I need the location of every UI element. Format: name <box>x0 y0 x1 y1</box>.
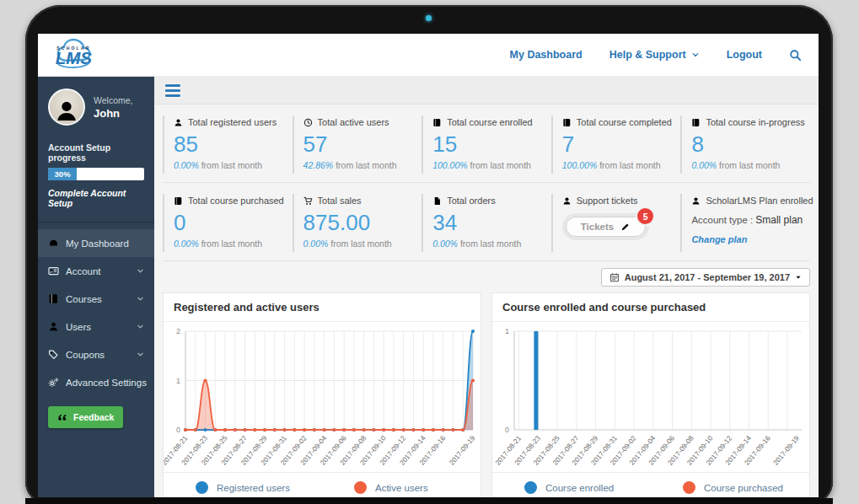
svg-text:2: 2 <box>176 327 180 335</box>
user-icon <box>691 196 701 206</box>
chevron-down-icon <box>137 351 144 358</box>
sidebar-item-courses[interactable]: Courses <box>38 285 154 313</box>
date-range-picker[interactable]: August 21, 2017 - September 19, 2017 <box>601 268 810 287</box>
sidebar-item-my-dashboard[interactable]: My Dashboard <box>38 229 154 257</box>
gears-icon <box>48 377 59 388</box>
stat-total-active-users: Total active users 57 42.86% from last m… <box>293 115 422 174</box>
legend-dot <box>683 481 695 494</box>
nav-my-dashboard[interactable]: My Dashboard <box>510 49 583 61</box>
cart-icon <box>303 196 313 206</box>
stat-value: 875.00 <box>303 210 416 236</box>
top-navigation: My Dashboard Help & Support Logout <box>510 49 802 62</box>
svg-text:0: 0 <box>176 426 180 434</box>
book-icon <box>174 196 183 206</box>
stat-value: 85 <box>174 131 286 158</box>
topbar: SCHOLAR LMS My Dashboard Help & Support … <box>38 34 819 77</box>
sidebar-item-account[interactable]: Account <box>38 257 154 285</box>
user-icon <box>174 118 183 127</box>
complete-setup-link[interactable]: Complete Account Setup <box>48 188 144 208</box>
legend-registered-users[interactable]: Registered users <box>164 481 322 494</box>
stat-total-sales: Total sales 875.00 0.00% from last month <box>293 194 422 252</box>
progress-bar: 30% <box>48 168 144 180</box>
feedback-button[interactable]: Feedback <box>48 406 123 428</box>
stat-total-course-in-progress: Total course in-progress 8 0.00% from la… <box>680 115 810 174</box>
user-icon <box>48 321 59 332</box>
nav-logout[interactable]: Logout <box>727 49 762 61</box>
chevron-down-icon <box>691 51 700 59</box>
content-toolbar <box>154 77 819 105</box>
stat-value: 57 <box>303 131 416 158</box>
tickets-count-badge: 5 <box>636 206 655 226</box>
progress-fill: 30% <box>48 168 77 180</box>
stat-total-course-purchased: Total course purchased 0 0.00% from last… <box>163 194 293 252</box>
book-icon <box>691 118 701 127</box>
person-icon <box>54 99 79 124</box>
legend-dot <box>196 481 208 494</box>
legend-course-purchased[interactable]: Course purchased <box>651 481 809 494</box>
svg-text:1: 1 <box>505 327 509 335</box>
content-area: Total registered users 85 0.00% from las… <box>154 77 819 497</box>
hamburger-menu-icon[interactable] <box>165 84 180 97</box>
tag-icon <box>48 349 59 360</box>
sidebar-item-coupons[interactable]: Coupons <box>38 340 154 368</box>
stat-total-course-enrolled: Total course enrolled 15 100.00% from la… <box>421 115 551 174</box>
caret-down-icon <box>795 274 802 281</box>
courses-chart-card: Course enrolled and course purchased 012… <box>491 292 810 497</box>
avatar <box>48 88 85 126</box>
book-icon <box>432 118 442 127</box>
dashboard-icon <box>48 238 59 249</box>
change-plan-link[interactable]: Change plan <box>691 234 747 244</box>
chevron-down-icon <box>137 323 144 330</box>
app-window: SCHOLAR LMS My Dashboard Help & Support … <box>38 34 819 497</box>
legend-course-enrolled[interactable]: Course enrolled <box>492 481 651 494</box>
chevron-down-icon <box>137 295 144 303</box>
stats-row-2: Total course purchased 0 0.00% from last… <box>163 183 810 261</box>
sidebar-item-users[interactable]: Users <box>38 313 154 340</box>
tickets-button[interactable]: Tickets <box>566 217 646 237</box>
sidebar-menu: My Dashboard Account Courses Users <box>38 223 154 396</box>
legend-dot <box>354 481 367 494</box>
calendar-icon <box>609 272 620 282</box>
chart-legend: Course enrolled Course purchased <box>492 472 809 497</box>
stat-value: 8 <box>691 131 803 158</box>
sidebar: Welcome, John Account Setup progress 30%… <box>38 77 154 497</box>
registered-active-users-chart: 0122017-08-212017-08-232017-08-252017-08… <box>164 324 481 470</box>
chart-title: Course enrolled and course purchased <box>492 293 809 322</box>
book-icon <box>48 293 59 304</box>
search-button[interactable] <box>789 49 802 62</box>
welcome-label: Welcome, <box>94 94 133 108</box>
svg-text:0: 0 <box>505 426 509 434</box>
nav-help-support[interactable]: Help & Support <box>609 49 700 61</box>
svg-text:2017-09-19: 2017-09-19 <box>771 434 801 467</box>
users-chart-card: Registered and active users 0122017-08-2… <box>163 292 481 497</box>
chevron-down-icon <box>137 267 144 275</box>
stat-support-tickets: Support tickets Tickets 5 <box>551 194 681 252</box>
charts-section: Registered and active users 0122017-08-2… <box>154 291 819 497</box>
profile-block: Welcome, John <box>38 77 154 134</box>
svg-text:2017-09-19: 2017-09-19 <box>448 434 477 467</box>
course-enrolled-purchased-chart: 012017-08-212017-08-232017-08-252017-08-… <box>492 324 809 470</box>
date-filter-row: August 21, 2017 - September 19, 2017 <box>154 261 819 291</box>
file-icon <box>432 196 442 206</box>
search-icon <box>789 49 802 62</box>
quote-icon <box>57 412 67 422</box>
stat-value: 7 <box>562 131 674 158</box>
progress-label: Account Setup progress <box>48 142 144 163</box>
id-card-icon <box>48 265 59 276</box>
stat-total-registered-users: Total registered users 85 0.00% from las… <box>163 115 293 174</box>
account-type-row: Account type :Small plan <box>691 214 803 226</box>
legend-active-users[interactable]: Active users <box>322 481 481 494</box>
chart-title: Registered and active users <box>164 293 481 322</box>
legend-dot <box>524 481 537 494</box>
scholar-lms-logo[interactable]: SCHOLAR LMS <box>51 36 126 73</box>
user-icon <box>562 196 572 206</box>
stat-total-orders: Total orders 34 0.00% from last month <box>421 194 551 252</box>
device-base <box>25 498 833 504</box>
stat-value: 0 <box>174 210 286 236</box>
sidebar-item-advanced-settings[interactable]: Advanced Settings <box>38 368 154 396</box>
chart-legend: Registered users Active users <box>164 472 481 497</box>
stat-total-course-completed: Total course completed 7 100.00% from la… <box>551 115 681 174</box>
pencil-icon <box>620 222 631 232</box>
account-setup-block: Account Setup progress 30% Complete Acco… <box>38 134 154 223</box>
clock-icon <box>303 118 313 127</box>
